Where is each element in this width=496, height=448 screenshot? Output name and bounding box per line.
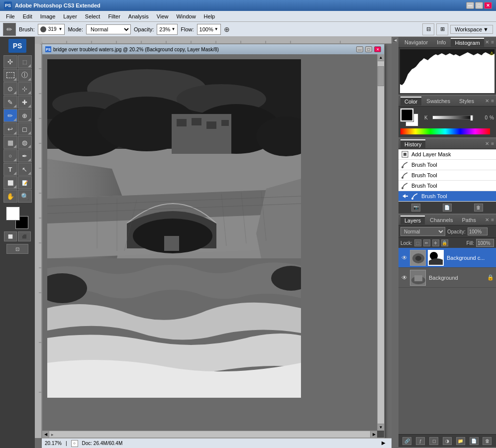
k-slider-track[interactable] xyxy=(432,115,474,119)
eraser-tool[interactable]: ◻ xyxy=(18,122,32,135)
marquee-tool[interactable] xyxy=(3,69,17,82)
lock-image-btn[interactable]: ✏ xyxy=(423,239,430,246)
bg-copy-visibility[interactable]: 👁 xyxy=(400,254,408,262)
tab-histogram[interactable]: Histogram xyxy=(451,38,484,47)
history-item-brush-1[interactable]: Brush Tool xyxy=(398,160,496,170)
pen-tool[interactable]: ✒ xyxy=(18,149,32,162)
gradient-tool[interactable]: ▦ xyxy=(3,136,17,149)
foreground-color-swatch[interactable] xyxy=(6,207,19,220)
history-panel-close[interactable]: ✕ xyxy=(485,141,489,146)
canvas-scroll-area[interactable]: OceanofPXG xyxy=(42,54,377,431)
standard-mode-btn[interactable]: ⬜ xyxy=(4,231,17,241)
tab-channels[interactable]: Channels xyxy=(426,216,457,224)
history-panel-menu[interactable]: ≡ xyxy=(491,141,494,146)
brush-picker[interactable]: 319 ▼ xyxy=(38,24,65,35)
new-document-btn[interactable]: 📄 xyxy=(443,204,452,212)
tab-navigator[interactable]: Navigator xyxy=(400,38,432,46)
quick-mask-btn[interactable]: ⬛ xyxy=(18,231,31,241)
new-snapshot-btn[interactable]: 📷 xyxy=(411,204,420,212)
close-button[interactable]: ✕ xyxy=(484,2,492,9)
layer-fill-input[interactable] xyxy=(476,239,494,247)
menu-help[interactable]: Help xyxy=(200,12,219,20)
type-tool[interactable]: T xyxy=(3,163,17,176)
new-layer-btn[interactable]: 📄 xyxy=(470,437,479,445)
layer-link-btn[interactable]: 🔗 xyxy=(402,437,411,445)
scroll-left-btn[interactable]: ◀ xyxy=(42,431,49,438)
menu-image[interactable]: Image xyxy=(36,12,60,20)
doc-maximize-btn[interactable]: □ xyxy=(365,46,372,52)
color-spectrum-bar[interactable] xyxy=(400,128,490,134)
foreground-color-box[interactable] xyxy=(400,109,413,121)
color-panel-menu[interactable]: ≡ xyxy=(491,98,494,104)
menu-analysis[interactable]: Analysis xyxy=(124,12,153,20)
menu-filter[interactable]: Filter xyxy=(104,12,124,20)
scroll-track[interactable] xyxy=(378,61,384,424)
dodge-tool[interactable]: ○ xyxy=(3,149,17,162)
tab-history[interactable]: History xyxy=(400,139,425,148)
background-visibility[interactable]: 👁 xyxy=(400,274,408,282)
history-item-brush-2[interactable]: Brush Tool xyxy=(398,170,496,181)
path-selection-tool[interactable]: ↖ xyxy=(18,163,32,176)
palette-btn[interactable]: ⊞ xyxy=(436,23,448,35)
delete-history-btn[interactable]: 🗑 xyxy=(474,204,483,212)
blur-tool[interactable]: ◍ xyxy=(18,136,32,149)
layers-panel-menu[interactable]: ≡ xyxy=(491,217,494,223)
zoom-tool[interactable]: 🔍 xyxy=(18,190,32,203)
lasso-tool[interactable]: ⓛ xyxy=(18,69,32,82)
tab-swatches[interactable]: Swatches xyxy=(422,97,454,105)
tab-paths[interactable]: Paths xyxy=(458,216,480,224)
doc-minimize-btn[interactable]: — xyxy=(356,46,363,52)
hscroll-track[interactable]: ▸ xyxy=(49,431,370,438)
brush-tool[interactable]: ✏ xyxy=(3,109,17,122)
menu-file[interactable]: File xyxy=(2,12,19,20)
menu-window[interactable]: Window xyxy=(172,12,199,20)
scroll-up-btn[interactable]: ▲ xyxy=(378,54,384,61)
status-menu-btn[interactable]: ▶ xyxy=(382,440,389,447)
menu-layer[interactable]: Layer xyxy=(59,12,81,20)
panel-collapse-btn[interactable]: ◀ xyxy=(393,38,397,43)
opacity-control[interactable]: 23% ▼ xyxy=(157,24,178,35)
move-tool[interactable]: ✣ xyxy=(3,55,17,68)
shape-tool[interactable]: ⬜ xyxy=(3,176,17,189)
histogram-panel-menu[interactable]: ≡ xyxy=(491,39,494,45)
history-brush-tool[interactable]: ↩ xyxy=(3,122,17,135)
scroll-right-btn[interactable]: ▶ xyxy=(370,431,377,438)
workspace-button[interactable]: Workspace ▼ xyxy=(450,25,493,34)
add-layer-mask-btn[interactable]: ◻ xyxy=(429,437,438,445)
delete-layer-btn[interactable]: 🗑 xyxy=(483,437,492,445)
hand-tool[interactable]: ✋ xyxy=(3,190,17,203)
layers-panel-close[interactable]: ✕ xyxy=(485,217,489,223)
airbrush-icon[interactable]: ⊕ xyxy=(224,25,230,33)
tab-info[interactable]: Info xyxy=(433,38,450,46)
screen-mode-btn[interactable]: ⊡ xyxy=(6,244,28,254)
scroll-thumb[interactable] xyxy=(378,66,384,86)
maximize-button[interactable]: □ xyxy=(475,2,483,9)
layer-item-bg-copy[interactable]: 👁 Background c... xyxy=(398,248,496,268)
mode-select[interactable]: Normal xyxy=(86,24,131,34)
history-item-add-layer-mask[interactable]: Add Layer Mask xyxy=(398,149,496,160)
k-slider-thumb[interactable] xyxy=(470,115,473,121)
scroll-down-btn[interactable]: ▼ xyxy=(378,424,384,431)
minimize-button[interactable]: — xyxy=(466,2,474,9)
notes-tool[interactable]: 📝 xyxy=(18,176,32,189)
tab-styles[interactable]: Styles xyxy=(455,97,478,105)
menu-edit[interactable]: Edit xyxy=(19,12,36,20)
lock-position-btn[interactable]: ✛ xyxy=(432,239,439,246)
layer-opacity-input[interactable] xyxy=(468,227,488,235)
doc-close-btn[interactable]: ✕ xyxy=(374,46,381,52)
healing-brush-tool[interactable]: ✚ xyxy=(18,96,32,109)
vertical-scrollbar[interactable]: ▲ ▼ xyxy=(377,54,384,431)
new-fill-adjustment-btn[interactable]: ◑ xyxy=(443,437,452,445)
tab-layers[interactable]: Layers xyxy=(400,216,425,224)
lock-all-btn[interactable]: 🔒 xyxy=(441,239,448,246)
tab-color[interactable]: Color xyxy=(400,97,421,106)
lock-transparent-btn[interactable]: ⬚ xyxy=(414,239,421,246)
layer-mode-select[interactable]: Normal xyxy=(400,227,445,236)
horizontal-scrollbar[interactable]: ◀ ▸ ▶ xyxy=(42,431,377,438)
proof-mode-btn[interactable]: ○ xyxy=(71,440,78,447)
layer-item-background[interactable]: 👁 Background 🔒 xyxy=(398,268,496,288)
history-item-brush-4-active[interactable]: Brush Tool xyxy=(398,191,496,202)
flow-control[interactable]: 100% ▼ xyxy=(197,24,221,35)
clone-stamp-tool[interactable]: ⊕ xyxy=(18,109,32,122)
histogram-panel-close[interactable]: ✕ xyxy=(485,39,489,45)
